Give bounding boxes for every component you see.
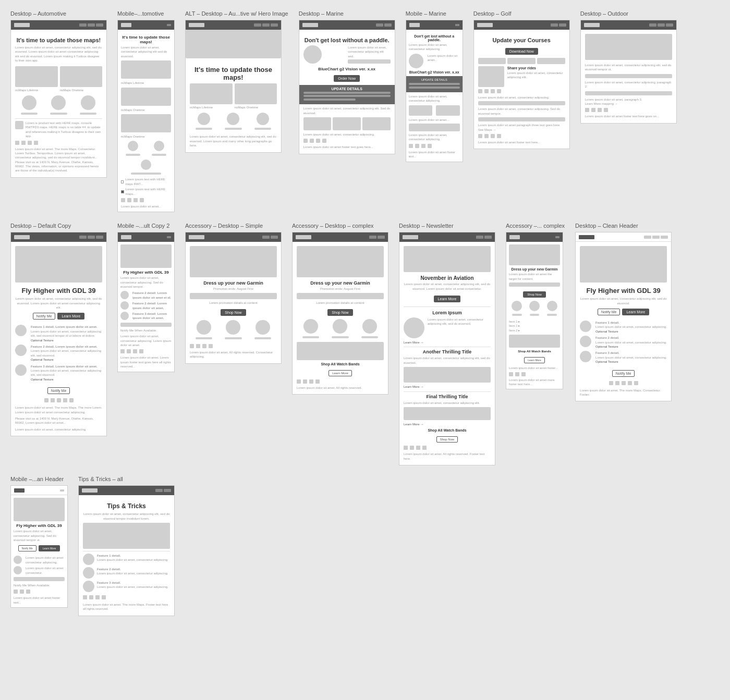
youtube-icon[interactable] bbox=[95, 595, 100, 599]
instagram-icon[interactable] bbox=[315, 379, 320, 384]
facebook-icon[interactable] bbox=[127, 198, 131, 202]
facebook-icon[interactable] bbox=[21, 141, 26, 145]
download-btn[interactable]: Download Now bbox=[505, 48, 538, 55]
facebook-icon[interactable] bbox=[591, 108, 595, 112]
learn-more-link3[interactable]: Learn More → bbox=[404, 422, 491, 426]
learn-more-btn[interactable]: Learn More bbox=[622, 309, 649, 315]
instagram-icon[interactable] bbox=[34, 141, 38, 145]
line bbox=[131, 173, 161, 175]
product-label2: nüMaps Onetime bbox=[121, 108, 171, 112]
notify-btn[interactable]: Notify Me bbox=[18, 545, 36, 551]
instagram-icon[interactable] bbox=[422, 446, 427, 450]
shop-btn[interactable]: Shop Now bbox=[221, 309, 246, 316]
youtube-icon[interactable] bbox=[28, 141, 32, 145]
shop-btn[interactable]: Shop Now bbox=[327, 309, 352, 316]
instagram-icon[interactable] bbox=[209, 344, 213, 348]
youtube-icon[interactable] bbox=[57, 398, 61, 402]
youtube-icon[interactable] bbox=[316, 139, 320, 143]
notify-btn[interactable]: Notify Me bbox=[33, 313, 56, 320]
facebook-icon[interactable] bbox=[51, 398, 55, 402]
notify-btn[interactable]: Notify Me bbox=[598, 309, 620, 315]
facebook-icon[interactable] bbox=[615, 381, 619, 385]
instagram-icon[interactable] bbox=[604, 108, 608, 112]
learn-more-btn[interactable]: Learn More bbox=[39, 545, 60, 551]
youtube-icon[interactable] bbox=[491, 134, 495, 138]
twitter-icon[interactable] bbox=[14, 590, 18, 594]
shop-all-title: Shop All Watch Bands bbox=[509, 350, 560, 353]
facebook-icon[interactable] bbox=[127, 349, 131, 353]
twitter-icon[interactable] bbox=[83, 595, 87, 599]
linkedin-icon[interactable] bbox=[69, 398, 74, 402]
footer-text: Lorem ipsum dolor sit amet. The more Map… bbox=[15, 406, 102, 414]
youtube-icon[interactable] bbox=[421, 144, 425, 148]
facebook-icon[interactable] bbox=[20, 590, 24, 594]
twitter-icon[interactable] bbox=[15, 141, 19, 145]
facebook-icon[interactable] bbox=[415, 144, 419, 148]
instagram-icon[interactable] bbox=[497, 134, 501, 138]
promo-banner bbox=[190, 293, 277, 299]
instagram-icon[interactable] bbox=[497, 89, 501, 93]
instagram-icon[interactable] bbox=[322, 139, 326, 143]
instagram-icon[interactable] bbox=[428, 144, 432, 148]
instagram-icon[interactable] bbox=[139, 349, 143, 353]
twitter-icon[interactable] bbox=[609, 381, 613, 385]
learn-more-btn[interactable]: Learn More bbox=[328, 370, 352, 376]
youtube-icon[interactable] bbox=[133, 349, 137, 353]
twitter-icon[interactable] bbox=[303, 139, 308, 143]
learn-more-link2[interactable]: Learn More → bbox=[404, 385, 491, 389]
learn-more-btn[interactable]: Learn More bbox=[434, 296, 461, 302]
facebook-icon[interactable] bbox=[310, 139, 314, 143]
accessory-item bbox=[190, 320, 218, 341]
shop-btn[interactable]: Shop Now bbox=[523, 291, 546, 298]
youtube-icon[interactable] bbox=[521, 372, 526, 376]
section-title: Dress up your new Garmin bbox=[190, 280, 277, 286]
checkbox-checked[interactable] bbox=[121, 190, 124, 193]
twitter-icon[interactable] bbox=[297, 379, 301, 384]
facebook-icon[interactable] bbox=[484, 89, 489, 93]
facebook-icon[interactable] bbox=[410, 446, 414, 450]
notify-btn-bottom[interactable]: Notify Me bbox=[612, 370, 635, 377]
instagram-icon[interactable] bbox=[628, 381, 632, 385]
youtube-icon[interactable] bbox=[598, 108, 602, 112]
youtube-icon[interactable] bbox=[202, 344, 206, 348]
twitter-icon[interactable] bbox=[121, 198, 125, 202]
shop-now-btn[interactable]: Shop Now bbox=[436, 436, 458, 443]
order-now-btn[interactable]: Order Now bbox=[334, 75, 360, 82]
instagram-icon[interactable] bbox=[102, 595, 106, 599]
youtube-icon[interactable] bbox=[491, 89, 495, 93]
youtube-icon[interactable] bbox=[133, 198, 138, 202]
twitter-icon[interactable] bbox=[404, 446, 408, 450]
linkedin-icon[interactable] bbox=[634, 381, 638, 385]
notify-btn-bottom[interactable]: Notify Me bbox=[47, 387, 70, 394]
twitter-icon[interactable] bbox=[409, 144, 413, 148]
hero-desc: Lorem ipsum dolor sit amet, consectetur … bbox=[14, 529, 65, 542]
twitter-icon[interactable] bbox=[585, 108, 589, 112]
youtube-icon[interactable] bbox=[309, 379, 313, 384]
instagram-icon[interactable] bbox=[140, 198, 144, 202]
twitter-icon[interactable] bbox=[120, 349, 125, 353]
nav-btn bbox=[507, 58, 536, 64]
twitter-icon[interactable] bbox=[190, 344, 194, 348]
facebook-icon[interactable] bbox=[196, 344, 200, 348]
checkbox[interactable] bbox=[121, 180, 124, 183]
feature-row: Lorem ipsum dolor sit amet consectetur a… bbox=[14, 556, 65, 564]
twitter-icon[interactable] bbox=[478, 134, 482, 138]
wf-body: Fly Higher with GDL 39 Lorem ipsum dolor… bbox=[11, 495, 67, 607]
group-label-accessory-mobile-complex: Accessory –... complex bbox=[506, 223, 565, 229]
youtube-icon[interactable] bbox=[26, 590, 30, 594]
learn-btn[interactable]: Learn More bbox=[524, 357, 545, 363]
learn-more-link[interactable]: Learn More → bbox=[404, 340, 491, 345]
youtube-icon[interactable] bbox=[416, 446, 420, 450]
facebook-icon[interactable] bbox=[515, 372, 519, 376]
facebook-icon[interactable] bbox=[484, 134, 489, 138]
twitter-icon[interactable] bbox=[509, 372, 513, 376]
instagram-icon[interactable] bbox=[63, 398, 67, 402]
facebook-icon[interactable] bbox=[89, 595, 93, 599]
facebook-icon[interactable] bbox=[303, 379, 307, 384]
twitter-icon[interactable] bbox=[44, 398, 48, 402]
youtube-icon[interactable] bbox=[622, 381, 626, 385]
nav-item bbox=[378, 236, 385, 239]
learn-more-btn[interactable]: Learn More bbox=[57, 313, 84, 320]
feature-title: Feature 1 detail. bbox=[97, 554, 170, 558]
twitter-icon[interactable] bbox=[478, 89, 482, 93]
